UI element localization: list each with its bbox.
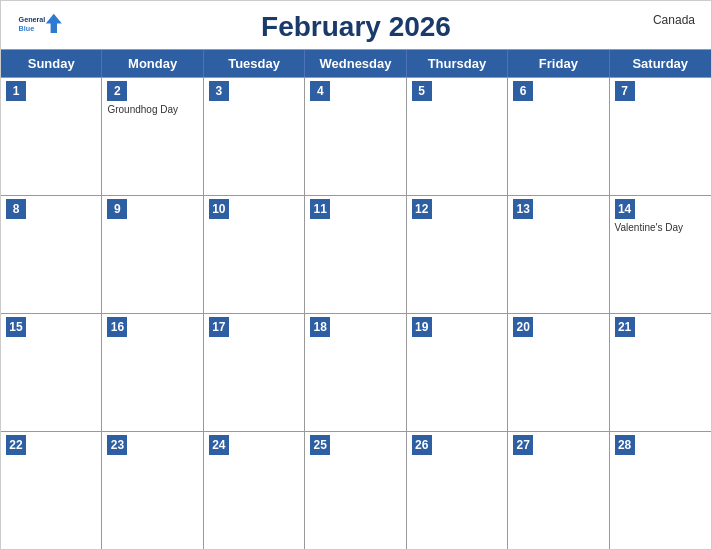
- day-cell-14: 14 Valentine's Day: [610, 196, 711, 313]
- day-cell-28: 28: [610, 432, 711, 549]
- day-number-15: 15: [6, 317, 26, 337]
- day-cell-23: 23: [102, 432, 203, 549]
- day-cell-10: 10: [204, 196, 305, 313]
- day-number-10: 10: [209, 199, 229, 219]
- day-cell-16: 16: [102, 314, 203, 431]
- day-number-19: 19: [412, 317, 432, 337]
- week-row-4: 22 23 24 25 26 27 28: [1, 431, 711, 549]
- day-cell-11: 11: [305, 196, 406, 313]
- day-number-16: 16: [107, 317, 127, 337]
- day-cell-5: 5: [407, 78, 508, 195]
- day-cell-2: 2 Groundhog Day: [102, 78, 203, 195]
- month-title: February 2026: [261, 11, 451, 43]
- day-number-24: 24: [209, 435, 229, 455]
- day-number-4: 4: [310, 81, 330, 101]
- day-cell-26: 26: [407, 432, 508, 549]
- day-number-2: 2: [107, 81, 127, 101]
- day-cell-6: 6: [508, 78, 609, 195]
- header-tuesday: Tuesday: [204, 50, 305, 77]
- day-number-9: 9: [107, 199, 127, 219]
- header-friday: Friday: [508, 50, 609, 77]
- day-number-22: 22: [6, 435, 26, 455]
- svg-text:Blue: Blue: [19, 24, 35, 33]
- day-cell-27: 27: [508, 432, 609, 549]
- day-cell-22: 22: [1, 432, 102, 549]
- day-number-21: 21: [615, 317, 635, 337]
- day-cell-17: 17: [204, 314, 305, 431]
- day-cell-3: 3: [204, 78, 305, 195]
- day-cell-21: 21: [610, 314, 711, 431]
- day-number-23: 23: [107, 435, 127, 455]
- day-number-27: 27: [513, 435, 533, 455]
- day-cell-4: 4: [305, 78, 406, 195]
- day-number-12: 12: [412, 199, 432, 219]
- day-number-5: 5: [412, 81, 432, 101]
- day-number-7: 7: [615, 81, 635, 101]
- day-cell-13: 13: [508, 196, 609, 313]
- svg-text:General: General: [19, 15, 46, 24]
- day-number-28: 28: [615, 435, 635, 455]
- week-row-3: 15 16 17 18 19 20 21: [1, 313, 711, 431]
- groundhog-day-event: Groundhog Day: [107, 103, 197, 116]
- week-row-1: 1 2 Groundhog Day 3 4 5 6: [1, 77, 711, 195]
- day-cell-1: 1: [1, 78, 102, 195]
- header-sunday: Sunday: [1, 50, 102, 77]
- calendar-container: General Blue February 2026 Canada Sunday…: [0, 0, 712, 550]
- day-number-17: 17: [209, 317, 229, 337]
- day-number-14: 14: [615, 199, 635, 219]
- day-cell-24: 24: [204, 432, 305, 549]
- header-thursday: Thursday: [407, 50, 508, 77]
- day-cell-20: 20: [508, 314, 609, 431]
- day-number-25: 25: [310, 435, 330, 455]
- week-row-2: 8 9 10 11 12 13 14 Val: [1, 195, 711, 313]
- day-cell-19: 19: [407, 314, 508, 431]
- day-number-20: 20: [513, 317, 533, 337]
- header-monday: Monday: [102, 50, 203, 77]
- day-cell-25: 25: [305, 432, 406, 549]
- country-label: Canada: [653, 13, 695, 27]
- day-cell-12: 12: [407, 196, 508, 313]
- day-cell-18: 18: [305, 314, 406, 431]
- day-number-1: 1: [6, 81, 26, 101]
- calendar-header: General Blue February 2026 Canada: [1, 1, 711, 49]
- brand-svg: General Blue: [17, 9, 65, 41]
- day-cell-9: 9: [102, 196, 203, 313]
- day-number-26: 26: [412, 435, 432, 455]
- day-number-13: 13: [513, 199, 533, 219]
- day-cell-8: 8: [1, 196, 102, 313]
- day-number-6: 6: [513, 81, 533, 101]
- weeks-container: 1 2 Groundhog Day 3 4 5 6: [1, 77, 711, 549]
- day-number-8: 8: [6, 199, 26, 219]
- day-cell-15: 15: [1, 314, 102, 431]
- header-wednesday: Wednesday: [305, 50, 406, 77]
- day-cell-7: 7: [610, 78, 711, 195]
- svg-marker-2: [46, 14, 62, 33]
- brand-logo-area: General Blue: [17, 9, 65, 41]
- day-number-18: 18: [310, 317, 330, 337]
- header-saturday: Saturday: [610, 50, 711, 77]
- day-headers-row: Sunday Monday Tuesday Wednesday Thursday…: [1, 50, 711, 77]
- calendar-grid: Sunday Monday Tuesday Wednesday Thursday…: [1, 49, 711, 549]
- valentines-day-event: Valentine's Day: [615, 221, 706, 234]
- day-number-3: 3: [209, 81, 229, 101]
- day-number-11: 11: [310, 199, 330, 219]
